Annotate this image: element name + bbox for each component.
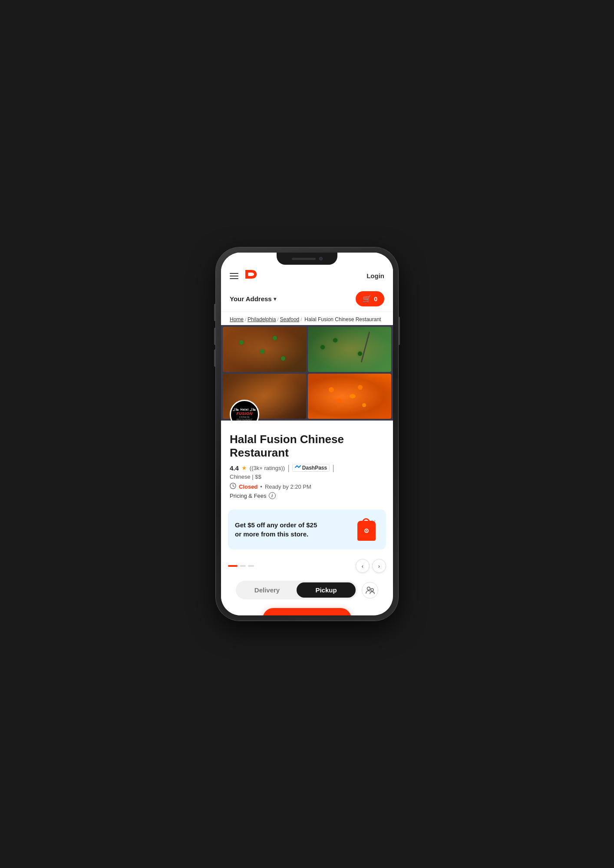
promo-text: Get $5 off any order of $25or more from … xyxy=(235,520,353,539)
divider: | xyxy=(287,464,290,472)
menu-button[interactable] xyxy=(230,273,238,279)
breadcrumb-current: Halal Fusion Chinese Restaurant xyxy=(304,316,381,322)
pricing-label: Pricing & Fees xyxy=(230,493,267,499)
login-button[interactable]: Login xyxy=(366,272,384,279)
view-menu-button[interactable]: ↓ View Menu xyxy=(263,608,352,615)
address-label: Your Address xyxy=(230,295,272,302)
group-order-button[interactable] xyxy=(362,582,378,598)
svg-point-3 xyxy=(367,587,370,590)
sep1: / xyxy=(245,317,246,322)
info-icon: i xyxy=(269,492,276,499)
screen-content: Login Your Address ▾ 🛒 0 Home / Philadel… xyxy=(221,253,393,615)
breadcrumb-city[interactable]: Philadelphia xyxy=(248,316,276,322)
rating-count: ((3k+ ratings)) xyxy=(250,465,285,471)
rating-number: 4.4 xyxy=(230,464,239,472)
promo-icon xyxy=(353,516,379,542)
dot-inactive-2 xyxy=(248,565,254,567)
sep2: / xyxy=(277,317,278,322)
view-menu-label: View Menu xyxy=(292,615,330,615)
camera xyxy=(319,257,323,260)
status-closed: Closed xyxy=(239,483,257,490)
status-row: Closed • Ready by 2:20 PM xyxy=(230,483,384,490)
logo-halal-text: ﻫﻼﻝ Halal ﻫﻼﻝ xyxy=(233,408,256,411)
status-dot: • xyxy=(260,483,262,490)
tray-4 xyxy=(308,374,391,419)
logo-fusion-text: FUSION xyxy=(236,411,252,416)
logo-inner: ﻫﻼﻝ Halal ﻫﻼﻝ FUSION CHINESERESTAURANT xyxy=(231,401,258,421)
next-arrow[interactable]: › xyxy=(372,559,386,573)
dot-active xyxy=(228,565,238,567)
breadcrumb-home[interactable]: Home xyxy=(230,316,244,322)
sep3: / xyxy=(300,317,302,322)
toggle-container: Delivery Pickup xyxy=(236,581,357,599)
dot-indicators xyxy=(228,565,254,567)
pricing-row[interactable]: Pricing & Fees i xyxy=(230,492,384,499)
delivery-option[interactable]: Delivery xyxy=(238,582,297,598)
breadcrumb: Home / Philadelphia / Seafood / Halal Fu… xyxy=(221,312,393,325)
address-bar: Your Address ▾ 🛒 0 xyxy=(221,288,393,312)
nav-arrows: ‹ › xyxy=(356,559,386,573)
clock-icon xyxy=(230,483,236,490)
cart-icon: 🛒 xyxy=(363,295,371,303)
rating-row: 4.4 ★ ((3k+ ratings)) | DashPass | xyxy=(230,464,384,472)
logo-chinese-text: CHINESERESTAURANT xyxy=(237,416,253,421)
star-icon: ★ xyxy=(241,464,247,471)
tray-2 xyxy=(308,327,391,372)
pickup-option[interactable]: Pickup xyxy=(297,582,356,598)
doordash-logo xyxy=(244,268,257,283)
phone-frame: Login Your Address ▾ 🛒 0 Home / Philadel… xyxy=(216,247,398,621)
tray-1 xyxy=(223,327,306,372)
dashpass-icon xyxy=(295,465,301,470)
phone-screen: Login Your Address ▾ 🛒 0 Home / Philadel… xyxy=(221,253,393,615)
cuisine-label: Chinese xyxy=(230,473,251,480)
cart-count: 0 xyxy=(374,296,377,302)
arrow-down-icon: ↓ xyxy=(284,614,288,615)
address-selector[interactable]: Your Address ▾ xyxy=(230,295,276,302)
dashpass-badge[interactable]: DashPass xyxy=(292,464,330,472)
speaker xyxy=(292,258,316,260)
view-menu-section: ↓ View Menu xyxy=(221,604,393,615)
price-level: $$ xyxy=(255,473,261,480)
delivery-pickup-section: Delivery Pickup xyxy=(221,575,393,604)
hero-image: ﻫﻼﻝ Halal ﻫﻼﻝ FUSION CHINESERESTAURANT xyxy=(221,325,393,421)
prev-arrow[interactable]: ‹ xyxy=(356,559,370,573)
breadcrumb-category[interactable]: Seafood xyxy=(280,316,300,322)
bag-shape xyxy=(357,521,376,541)
ready-time: Ready by 2:20 PM xyxy=(265,483,311,490)
divider2: | xyxy=(332,464,334,472)
svg-point-4 xyxy=(371,589,373,591)
restaurant-name: Halal Fusion Chinese Restaurant xyxy=(230,433,384,460)
cuisine-row: Chinese | $$ xyxy=(230,473,384,480)
svg-point-2 xyxy=(366,530,367,532)
dashpass-label: DashPass xyxy=(302,465,327,471)
restaurant-info: Halal Fusion Chinese Restaurant 4.4 ★ ((… xyxy=(221,421,393,503)
dot-inactive-1 xyxy=(240,565,246,567)
phone-notch xyxy=(277,253,337,265)
header-left xyxy=(230,268,257,283)
chevron-down-icon: ▾ xyxy=(274,296,276,302)
cart-button[interactable]: 🛒 0 xyxy=(356,291,384,306)
promo-banner[interactable]: Get $5 off any order of $25or more from … xyxy=(228,510,386,549)
nav-row: ‹ › xyxy=(221,556,393,575)
